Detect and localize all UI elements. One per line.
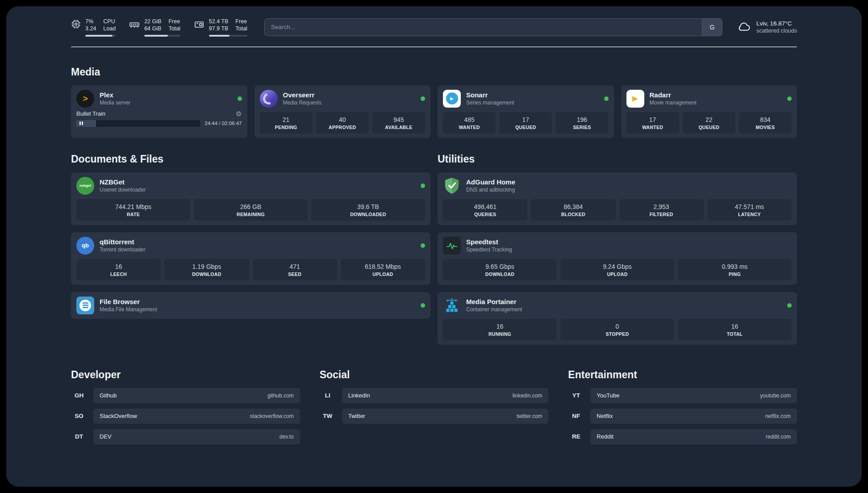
app-name: Radarr [650, 91, 697, 99]
stat-tile: 196 SERIES [555, 112, 608, 134]
stat-tile: 618.52 Mbps UPLOAD [341, 259, 425, 280]
cloud-icon [736, 20, 752, 35]
app-subtitle: Media Requests [283, 100, 322, 106]
radarr-icon: ▶ [626, 90, 644, 108]
gear-icon[interactable]: ⚙ [236, 110, 242, 117]
app-name: Media Portainer [466, 298, 522, 305]
disk-stat: 52.4 TB 97.9 TB Free Total [194, 18, 247, 37]
utilities-column: Utilities AdGuard Home DNS and adblockin… [438, 138, 797, 345]
bookmark-link[interactable]: StackOverflow stackoverflow.com [93, 409, 300, 424]
app-subtitle: Usenet downloader [100, 187, 146, 193]
filebrowser-icon [76, 297, 94, 314]
app-card-sonarr[interactable]: ▶ Sonarr Series management 485 WANTED 17… [438, 85, 614, 138]
top-bar: 7% 3.24 CPU Load [71, 18, 797, 37]
section-title-documents: Documents & Files [71, 153, 430, 165]
section-title-entertainment: Entertainment [568, 369, 797, 381]
app-name: Sonarr [466, 91, 514, 99]
cpu-load-value: 3.24 [85, 25, 96, 32]
bookmark-link[interactable]: LinkedIn linkedin.com [342, 388, 549, 403]
linkedin-icon: LI [320, 392, 336, 399]
overseerr-icon [260, 90, 278, 108]
app-name: qBittorrent [100, 238, 146, 246]
stat-tile: 485 WANTED [443, 112, 496, 134]
now-playing-title: Bullet Train [76, 110, 105, 117]
bookmark-netflix: NF Netflix netflix.com [568, 409, 797, 424]
search-input[interactable] [264, 18, 702, 36]
weather-location: Lviv, 16.87°C [756, 20, 797, 27]
disk-free-value: 52.4 TB [209, 18, 229, 25]
app-subtitle: Speedtest Tracking [466, 246, 512, 253]
stat-tile: 16 RUNNING [443, 319, 557, 340]
app-card-adguard[interactable]: AdGuard Home DNS and adblocking 498,461 … [438, 172, 797, 225]
header-divider [71, 46, 797, 47]
status-dot [421, 184, 425, 188]
status-dot [787, 303, 792, 308]
app-subtitle: Series management [466, 100, 514, 106]
netflix-icon: NF [568, 413, 584, 419]
bookmark-stackoverflow: SO StackOverflow stackoverflow.com [71, 409, 300, 424]
app-card-overseerr[interactable]: Overseerr Media Requests 21 PENDING 40 A… [255, 85, 431, 138]
portainer-icon [443, 297, 461, 314]
stat-tile: 2,953 FILTERED [619, 199, 704, 221]
app-subtitle: Container management [466, 306, 522, 313]
section-title-media: Media [71, 66, 797, 78]
stackoverflow-icon: SO [71, 413, 87, 419]
app-card-speedtest[interactable]: Speedtest Speedtest Tracking 9.65 Gbps D… [438, 232, 797, 285]
app-card-plex[interactable]: > Plex Media server Bullet Train ⚙ [71, 85, 247, 138]
stat-tile: 744.21 Mbps RATE [76, 199, 190, 221]
reddit-icon: RE [568, 433, 584, 440]
cpu-icon [71, 19, 81, 29]
stat-tile: 266 GB REMAINING [194, 199, 308, 221]
app-name: File Browser [100, 298, 157, 305]
search-bar: G [264, 18, 722, 36]
app-card-nzbget[interactable]: nzbget NZBGet Usenet downloader 744.21 M… [71, 172, 430, 225]
stat-tile: 86,384 BLOCKED [531, 199, 615, 221]
ram-free-label: Free [168, 18, 180, 25]
ram-icon [129, 19, 140, 30]
status-dot [421, 303, 425, 308]
section-title-utilities: Utilities [438, 153, 797, 165]
app-subtitle: Torrent downloader [100, 246, 146, 253]
status-dot [421, 96, 425, 101]
stat-tile: 9.24 Gbps UPLOAD [560, 259, 674, 280]
app-name: Overseerr [283, 91, 322, 99]
ram-usage-bar [144, 35, 180, 37]
app-name: AdGuard Home [466, 178, 515, 186]
app-name: Speedtest [466, 238, 512, 246]
bookmark-link[interactable]: Twitter twitter.com [342, 409, 549, 424]
disk-icon [194, 19, 204, 30]
cpu-stat: 7% 3.24 CPU Load [71, 18, 116, 37]
stat-tile: 0 STOPPED [560, 319, 674, 340]
status-dot [787, 96, 792, 101]
ram-total-value: 64 GiB [144, 25, 161, 32]
app-card-radarr[interactable]: ▶ Radarr Movie management 17 WANTED 22 Q… [621, 85, 797, 138]
bookmark-group-entertainment: Entertainment YT YouTube youtube.com NF … [568, 345, 797, 450]
sonarr-icon: ▶ [443, 90, 461, 108]
app-subtitle: Media server [100, 100, 130, 106]
ram-total-label: Total [168, 25, 180, 32]
search-provider-button[interactable]: G [702, 18, 722, 36]
bookmark-link[interactable]: Reddit reddit.com [590, 429, 797, 444]
stat-tile: 17 WANTED [626, 112, 679, 134]
seek-bar[interactable] [76, 120, 200, 127]
cpu-usage-bar [85, 35, 116, 37]
pause-icon[interactable] [79, 121, 83, 125]
bookmark-group-social: Social LI LinkedIn linkedin.com TW Twitt… [320, 345, 549, 450]
app-subtitle: Movie management [650, 100, 697, 106]
plex-icon: > [76, 90, 94, 108]
bookmark-link[interactable]: Netflix netflix.com [590, 409, 797, 424]
bookmark-link[interactable]: YouTube youtube.com [590, 388, 797, 403]
stat-tile: 16 TOTAL [678, 319, 792, 340]
app-card-qbittorrent[interactable]: qb qBittorrent Torrent downloader 16 LEE… [71, 232, 430, 285]
disk-total-value: 97.9 TB [209, 25, 229, 32]
weather-condition: scattered clouds [756, 28, 797, 34]
bookmark-group-developer: Developer GH Github github.com SO StackO… [71, 345, 300, 450]
cpu-label: CPU [103, 18, 116, 25]
github-icon: GH [71, 392, 87, 399]
app-card-portainer[interactable]: Media Portainer Container management 16 … [438, 292, 797, 345]
bookmark-link[interactable]: Github github.com [93, 388, 300, 403]
bookmark-twitter: TW Twitter twitter.com [320, 409, 549, 424]
app-card-filebrowser[interactable]: File Browser Media File Management [71, 292, 430, 319]
app-name: NZBGet [100, 178, 146, 186]
bookmark-link[interactable]: DEV dev.to [93, 429, 300, 444]
